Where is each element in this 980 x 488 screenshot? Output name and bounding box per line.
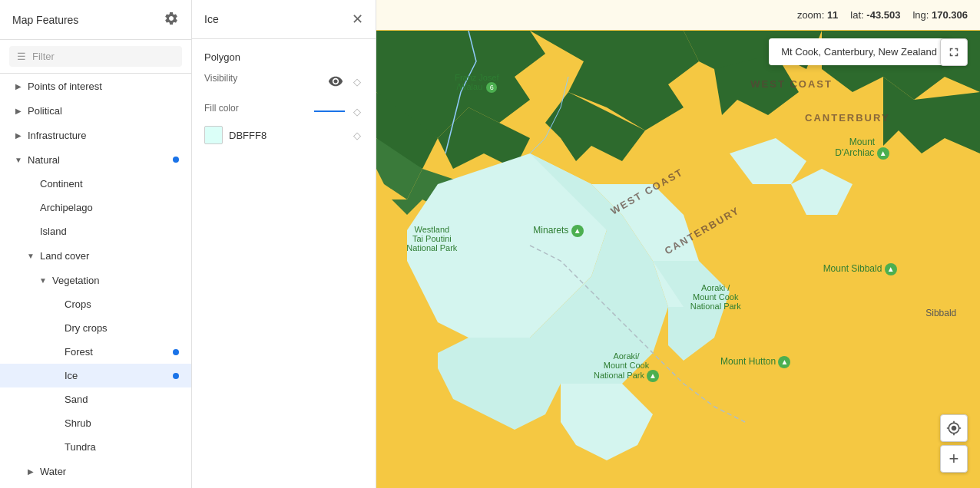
filter-input[interactable]: ☰ Filter	[9, 46, 182, 67]
zoom-label: zoom: 11	[797, 9, 838, 21]
sidebar-item-water[interactable]: ▶Water	[0, 459, 191, 483]
sidebar-item-label: Island	[40, 226, 67, 237]
visibility-row: Visibility ◇	[204, 72, 363, 91]
sidebar-item-label: Water	[40, 466, 66, 477]
sidebar-title: Map Features	[12, 14, 78, 26]
sidebar-item-label: Continent	[40, 178, 83, 190]
eye-icon[interactable]	[326, 72, 345, 91]
active-dot	[173, 349, 179, 355]
chevron-icon: ▼	[25, 249, 37, 262]
sidebar-item-forest[interactable]: Forest	[0, 340, 191, 364]
sidebar-item-continent[interactable]: Continent	[0, 172, 191, 196]
sidebar-item-label: Infrastructure	[28, 130, 87, 141]
sidebar-item-label: Dry crops	[65, 322, 108, 334]
sidebar-item-label: Archipelago	[40, 202, 93, 213]
sidebar-item-sand[interactable]: Sand	[0, 387, 191, 411]
lng-label: lng: 170.306	[912, 9, 968, 21]
sidebar-item-political[interactable]: ▶Political	[0, 98, 191, 123]
close-icon[interactable]: ✕	[352, 11, 363, 28]
sidebar-header: Map Features	[0, 0, 191, 40]
filter-icon: ☰	[17, 51, 26, 62]
map-area[interactable]: zoom: 11 lat: -43.503 lng: 170.306	[376, 0, 980, 488]
zoom-val: 11	[827, 9, 838, 21]
chevron-icon: ▶	[12, 80, 25, 92]
fill-color-label: Fill color	[204, 103, 239, 114]
map-header: zoom: 11 lat: -43.503 lng: 170.306	[376, 0, 980, 30]
polygon-label: Polygon	[204, 51, 363, 63]
map-controls: +	[940, 414, 968, 473]
sidebar-item-island[interactable]: Island	[0, 219, 191, 243]
sidebar-item-label: Ice	[65, 370, 78, 381]
sidebar-item-dry-crops[interactable]: Dry crops	[0, 316, 191, 340]
sidebar-item-label: Natural	[28, 154, 60, 166]
sidebar-item-archipelago[interactable]: Archipelago	[0, 196, 191, 219]
sidebar-item-shrub[interactable]: Shrub	[0, 411, 191, 435]
lat-key: lat:	[850, 9, 866, 21]
chevron-icon: ▶	[12, 129, 25, 141]
fill-diamond-icon[interactable]: ◇	[351, 105, 363, 117]
sidebar-item-label: Shrub	[65, 417, 91, 429]
sidebar-item-label: Forest	[65, 346, 93, 358]
location-button[interactable]	[940, 414, 968, 442]
fullscreen-button[interactable]	[940, 38, 968, 66]
lng-val: 170.306	[932, 9, 968, 21]
sidebar-item-tundra[interactable]: Tundra	[0, 435, 191, 459]
detail-panel: Ice ✕ Polygon Visibility ◇ Fill color ◇	[192, 0, 376, 488]
diamond-icon[interactable]: ◇	[351, 75, 363, 87]
chevron-icon: ▶	[12, 104, 25, 117]
detail-header: Ice ✕	[192, 0, 376, 39]
sidebar-item-background[interactable]: Background	[0, 483, 191, 488]
visibility-label: Visibility	[204, 73, 237, 84]
sidebar-item-label: Vegetation	[52, 275, 99, 286]
lat-label: lat: -43.503	[850, 9, 900, 21]
zoom-in-button[interactable]: +	[940, 445, 968, 473]
sidebar-item-points-of-interest[interactable]: ▶Points of interest	[0, 74, 191, 98]
tooltip-text: Mt Cook, Canterbury, New Zealand	[781, 46, 937, 58]
sidebar-item-label: Sand	[65, 394, 88, 405]
color-diamond-icon[interactable]: ◇	[351, 129, 363, 141]
nav-tree: ▶Points of interest▶Political▶Infrastruc…	[0, 74, 191, 488]
sidebar-item-ice[interactable]: Ice	[0, 364, 191, 387]
fill-line	[314, 110, 345, 112]
filter-label: Filter	[32, 51, 55, 62]
color-swatch[interactable]	[204, 126, 223, 144]
sidebar-item-infrastructure[interactable]: ▶Infrastructure	[0, 123, 191, 147]
chevron-icon: ▼	[12, 153, 25, 166]
detail-body: Polygon Visibility ◇ Fill color ◇	[192, 39, 376, 169]
lng-key: lng:	[912, 9, 932, 21]
color-input-row[interactable]: DBFFF8 ◇	[204, 126, 363, 144]
sidebar-item-crops[interactable]: Crops	[0, 292, 191, 316]
sidebar-item-natural[interactable]: ▼Natural	[0, 147, 191, 172]
zoom-key: zoom:	[797, 9, 827, 21]
active-dot	[173, 157, 179, 163]
sidebar-item-label: Points of interest	[28, 81, 102, 92]
sidebar: Map Features ☰ Filter ▶Points of interes…	[0, 0, 192, 488]
map-tooltip: Mt Cook, Canterbury, New Zealand	[769, 38, 949, 65]
lat-val: -43.503	[866, 9, 900, 21]
sidebar-item-label: Land cover	[40, 250, 89, 262]
sidebar-item-label: Crops	[65, 298, 91, 310]
sidebar-item-label: Political	[28, 105, 62, 117]
detail-title: Ice	[204, 13, 219, 25]
chevron-icon: ▼	[37, 274, 49, 286]
color-value: DBFFF8	[229, 130, 345, 141]
chevron-icon: ▶	[25, 465, 37, 477]
sidebar-item-vegetation[interactable]: ▼Vegetation	[0, 268, 191, 292]
map-svg	[376, 31, 980, 488]
filter-bar: ☰ Filter	[0, 40, 191, 74]
sidebar-item-label: Tundra	[65, 441, 96, 453]
fill-color-row-section: Fill color ◇ DBFFF8 ◇	[204, 103, 363, 144]
sidebar-item-land-cover[interactable]: ▼Land cover	[0, 243, 191, 268]
gear-icon[interactable]	[164, 11, 179, 28]
active-dot	[173, 373, 179, 379]
